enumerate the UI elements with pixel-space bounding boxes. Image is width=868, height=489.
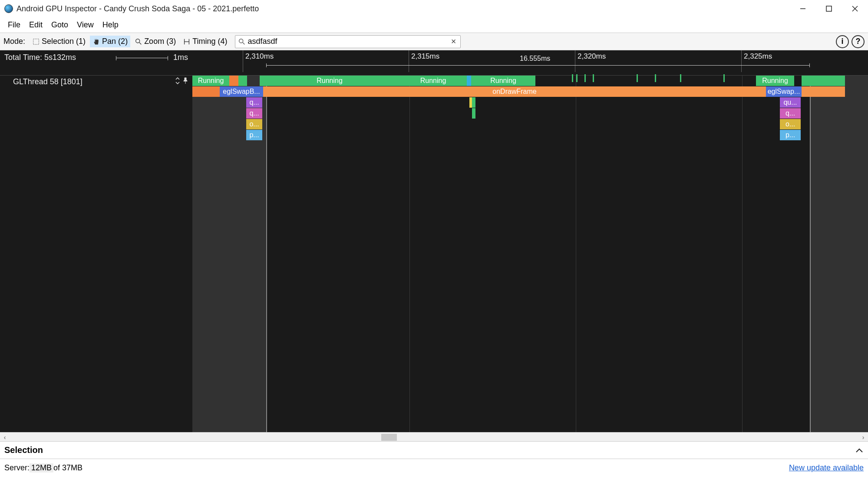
menu-view[interactable]: View — [73, 19, 97, 31]
timeline-tracks[interactable]: 2,310ms 2,315ms 2,320ms 2,325ms 16.555ms… — [192, 50, 868, 432]
ruler-tick: 2,320ms — [578, 52, 606, 61]
close-button[interactable] — [842, 0, 868, 17]
info-button[interactable]: i — [836, 35, 849, 48]
pan-icon — [92, 38, 100, 46]
maximize-button[interactable] — [816, 0, 842, 17]
menubar: File Edit Goto View Help — [0, 17, 868, 33]
trace-event[interactable]: q... — [780, 108, 801, 119]
info-icon: i — [841, 37, 843, 46]
scrollbar-thumb[interactable] — [381, 434, 397, 441]
trace-event[interactable]: Running — [260, 76, 399, 86]
mode-zoom-button[interactable]: Zoom (3) — [132, 36, 178, 47]
scroll-left-button[interactable]: ‹ — [0, 433, 10, 442]
svg-line-11 — [243, 42, 245, 44]
trace-event[interactable]: p... — [780, 130, 801, 140]
timeline-sidebar-header: Total Time: 5s132ms 1ms — [0, 50, 192, 76]
maximize-icon — [826, 6, 832, 12]
trace-event[interactable]: p... — [246, 130, 262, 140]
mode-selection-button[interactable]: Selection (1) — [30, 36, 88, 47]
chevron-up-icon[interactable] — [855, 445, 864, 456]
trace-event[interactable]: q... — [246, 97, 262, 108]
trace-event[interactable]: Running — [471, 76, 535, 86]
trace-event[interactable] — [802, 76, 845, 86]
mode-pan-button[interactable]: Pan (2) — [90, 36, 130, 47]
trace-event[interactable]: eglSwap... — [766, 86, 802, 97]
search-icon — [238, 38, 246, 46]
menu-edit[interactable]: Edit — [26, 19, 46, 31]
search-clear-button[interactable]: × — [449, 36, 458, 46]
trace-event[interactable]: eglSwapB... — [220, 86, 263, 97]
trace-event[interactable] — [472, 97, 475, 108]
mode-timing-label: Timing (4) — [192, 37, 227, 46]
trace-event[interactable]: o... — [246, 119, 262, 129]
selection-panel-header[interactable]: Selection — [0, 442, 868, 459]
mode-selection-label: Selection (1) — [42, 37, 86, 46]
frame-tick — [637, 74, 638, 82]
trace-event[interactable] — [472, 108, 475, 119]
minimize-button[interactable] — [790, 0, 816, 17]
gridline — [576, 76, 576, 432]
titlebar: Android GPU Inspector - Candy Crush Soda… — [0, 0, 868, 17]
frame-tick — [584, 74, 586, 82]
gridline — [742, 76, 743, 432]
trace-event[interactable]: Running — [756, 76, 794, 86]
app-icon — [4, 4, 13, 13]
frame-tick — [723, 74, 725, 82]
scale-label: 1ms — [173, 53, 188, 62]
svg-rect-1 — [826, 6, 832, 11]
scroll-right-button[interactable]: › — [858, 433, 868, 442]
trace-event[interactable]: q... — [246, 108, 262, 119]
mode-zoom-label: Zoom (3) — [144, 37, 176, 46]
timeline-sidebar: Total Time: 5s132ms 1ms GLThread 58 [180… — [0, 50, 192, 432]
zoom-icon — [135, 38, 142, 46]
update-available-link[interactable]: New update available — [789, 463, 864, 472]
trace-event[interactable]: o... — [780, 119, 801, 129]
selection-span-label: 16.555ms — [518, 55, 552, 63]
menu-file[interactable]: File — [4, 19, 24, 31]
mode-label: Mode: — [3, 37, 25, 46]
timeline-ruler[interactable]: 2,310ms 2,315ms 2,320ms 2,325ms 16.555ms — [192, 50, 868, 76]
collapse-icon[interactable] — [175, 77, 180, 86]
trace-event[interactable] — [192, 86, 220, 97]
gridline — [409, 76, 410, 432]
mode-timing-button[interactable]: Timing (4) — [180, 36, 230, 47]
frame-tick — [576, 74, 578, 82]
timing-icon — [183, 38, 191, 46]
trace-event[interactable]: qu... — [780, 97, 801, 108]
menu-goto[interactable]: Goto — [48, 19, 72, 31]
trace-event[interactable] — [238, 76, 247, 86]
toolbar: Mode: Selection (1) Pan (2) Zoom (3) Tim… — [0, 33, 868, 50]
window-title: Android GPU Inspector - Candy Crush Soda… — [17, 4, 259, 13]
trace-event[interactable] — [229, 76, 238, 86]
server-memory-used: 12MB — [30, 463, 53, 472]
svg-line-6 — [139, 42, 142, 44]
thread-name: GLThread 58 [1801] — [0, 77, 83, 86]
svg-rect-4 — [33, 39, 39, 44]
selection-start-line[interactable] — [266, 76, 267, 432]
pin-icon[interactable] — [183, 77, 188, 86]
selection-icon — [32, 38, 40, 46]
server-label: Server: — [4, 463, 30, 472]
thread-row[interactable]: GLThread 58 [1801] — [0, 76, 192, 88]
search-input[interactable] — [248, 37, 449, 46]
help-icon: ? — [856, 37, 861, 46]
ruler-tick: 2,325ms — [744, 52, 772, 61]
trace-event[interactable]: Running — [192, 76, 229, 86]
help-button[interactable]: ? — [851, 35, 865, 48]
server-memory-total: of 37MB — [53, 463, 83, 472]
trace-event[interactable] — [802, 86, 845, 97]
trace-event[interactable] — [467, 76, 471, 86]
dim-after-selection — [810, 76, 868, 432]
search-box[interactable]: × — [235, 35, 461, 48]
total-time-label: Total Time: 5s132ms — [4, 53, 76, 62]
trace-event[interactable]: onDrawFrame — [263, 86, 766, 97]
ruler-tick: 2,310ms — [245, 52, 274, 61]
scale-bar-icon — [116, 58, 168, 58]
horizontal-scrollbar[interactable]: ‹ › — [0, 432, 868, 442]
menu-help[interactable]: Help — [99, 19, 122, 31]
minimize-icon — [799, 5, 806, 12]
frame-tick — [593, 74, 594, 82]
trace-event[interactable]: Running — [399, 76, 467, 86]
timeline-panel: Total Time: 5s132ms 1ms GLThread 58 [180… — [0, 50, 868, 432]
ruler-tick: 2,315ms — [411, 52, 439, 61]
